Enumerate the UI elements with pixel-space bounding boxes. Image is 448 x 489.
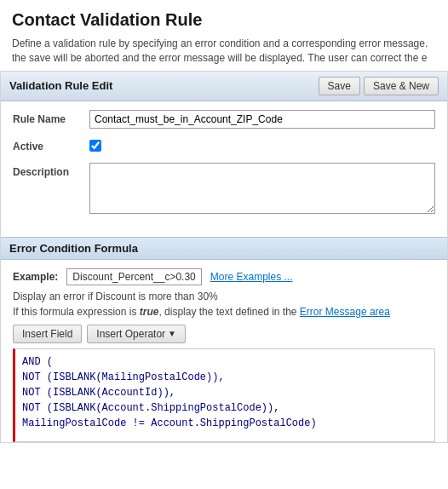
error-message-area-link[interactable]: Error Message area: [300, 306, 390, 318]
panel-header-buttons: Save Save & New: [319, 77, 439, 95]
description-textarea[interactable]: [89, 163, 435, 214]
info-line2-prefix: If this formula expression is: [13, 306, 140, 318]
description-row: Description: [13, 163, 435, 216]
active-control: [89, 137, 435, 154]
rule-name-row: Rule Name: [13, 110, 435, 129]
rule-name-label: Rule Name: [13, 110, 89, 125]
info-line2-suffix: , display the text defined in the: [158, 306, 299, 318]
info-line-1: Display an error if Discount is more tha…: [13, 291, 435, 302]
save-button[interactable]: Save: [319, 77, 360, 95]
error-condition-title: Error Condition Formula: [9, 242, 439, 255]
dropdown-arrow-icon: ▼: [168, 329, 176, 338]
panel-body: Rule Name Active Description: [1, 101, 447, 237]
formula-code-area[interactable]: AND ( NOT (ISBLANK(MailingPostalCode)), …: [13, 348, 435, 442]
save-new-button[interactable]: Save & New: [364, 77, 439, 95]
more-examples-link[interactable]: More Examples ...: [210, 271, 293, 283]
active-label: Active: [13, 137, 89, 152]
insert-operator-button[interactable]: Insert Operator ▼: [87, 325, 186, 343]
info-line2-true: true: [140, 306, 159, 318]
description-label: Description: [13, 163, 89, 178]
rule-name-control: [89, 110, 435, 129]
example-value: Discount_Percent__c>0.30: [66, 268, 201, 285]
page-description: Define a validation rule by specifying a…: [12, 37, 436, 66]
rule-name-input[interactable]: [89, 110, 435, 129]
error-condition-section-header: Error Condition Formula: [1, 237, 447, 260]
example-label: Example:: [13, 271, 58, 283]
description-control: [89, 163, 435, 216]
page-title: Contact Validation Rule: [12, 10, 436, 30]
active-checkbox[interactable]: [89, 140, 101, 152]
error-condition-body: Example: Discount_Percent__c>0.30 More E…: [1, 260, 447, 442]
panel-header: Validation Rule Edit Save Save & New: [1, 72, 447, 101]
validation-rule-panel: Validation Rule Edit Save Save & New Rul…: [0, 71, 448, 443]
insert-field-button[interactable]: Insert Field: [13, 325, 82, 343]
panel-header-title: Validation Rule Edit: [9, 79, 112, 92]
active-row: Active: [13, 137, 435, 154]
insert-operator-label: Insert Operator: [96, 328, 165, 340]
example-row: Example: Discount_Percent__c>0.30 More E…: [13, 268, 435, 285]
info-line-2: If this formula expression is true, disp…: [13, 306, 435, 318]
page-header: Contact Validation Rule Define a validat…: [0, 0, 448, 71]
formula-toolbar: Insert Field Insert Operator ▼: [13, 325, 435, 343]
